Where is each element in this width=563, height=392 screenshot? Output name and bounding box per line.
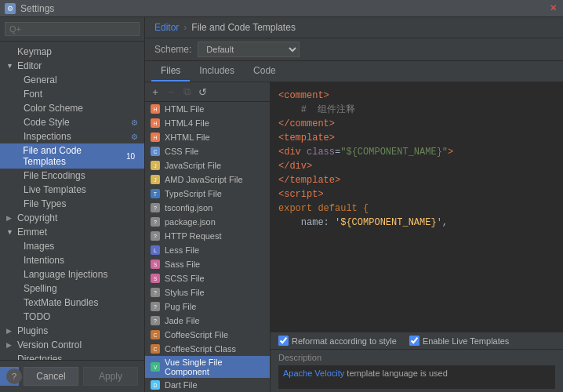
sidebar-item-textmate-bundles[interactable]: TextMate Bundles [0, 296, 144, 310]
sass-file-icon: S [150, 273, 161, 284]
file-list-toolbar: + − ⧉ ↺ [145, 82, 270, 102]
reset-template-button[interactable]: ↺ [195, 85, 209, 99]
sidebar-item-color-scheme[interactable]: Color Scheme [0, 101, 144, 115]
html-file-icon: H [150, 118, 161, 129]
sidebar-item-directories[interactable]: Directories [0, 352, 144, 360]
svg-text:H: H [153, 135, 157, 140]
svg-text:L: L [154, 248, 157, 253]
file-item-typescript-file[interactable]: TTypeScript File [145, 187, 270, 201]
sidebar-item-intentions[interactable]: Intentions [0, 253, 144, 267]
sidebar-item-images[interactable]: Images [0, 239, 144, 253]
file-item-amd-javascript-file[interactable]: JAMD JavaScript File [145, 172, 270, 187]
file-item-scss-file[interactable]: SSCSS File [145, 271, 270, 285]
file-item-label: CoffeeScript File [165, 330, 228, 339]
file-item-javascript-file[interactable]: JJavaScript File [145, 158, 270, 172]
file-item-html4-file[interactable]: HHTML4 File [145, 116, 270, 130]
copy-template-button[interactable]: ⧉ [180, 85, 194, 99]
sidebar-item-version-control[interactable]: ▶Version Control [0, 338, 144, 352]
breadcrumb-parent[interactable]: Editor [154, 22, 179, 33]
file-item-jade-file[interactable]: ?Jade File [145, 314, 270, 328]
generic-file-icon: ? [150, 315, 161, 326]
live-templates-option[interactable]: Enable Live Templates [409, 336, 509, 346]
breadcrumb-separator: › [183, 22, 187, 33]
file-item-coffeescript-file[interactable]: CCoffeeScript File [145, 328, 270, 342]
sidebar-item-code-style[interactable]: Code Style⚙ [0, 115, 144, 129]
reformat-checkbox[interactable] [278, 336, 289, 346]
sidebar-item-general[interactable]: General [0, 73, 144, 87]
file-item-pug-file[interactable]: ?Pug File [145, 299, 270, 314]
file-item-package-json[interactable]: ?package.json [145, 215, 270, 229]
sidebar-item-file-types[interactable]: File Types [0, 197, 144, 211]
code-line: </template> [278, 173, 555, 187]
sidebar-item-label: Inspections [24, 131, 71, 142]
tab-files[interactable]: Files [151, 61, 190, 82]
file-item-css-file[interactable]: CCSS File [145, 144, 270, 158]
file-item-label: HTTP Request [165, 231, 222, 241]
sidebar: Keymap▼EditorGeneralFontColor SchemeCode… [0, 17, 145, 392]
sidebar-item-editor[interactable]: ▼Editor [0, 59, 144, 73]
sidebar-item-label: Keymap [17, 46, 52, 57]
tab-code[interactable]: Code [244, 61, 285, 82]
close-button[interactable]: ✕ [547, 3, 558, 14]
window-title: Settings [20, 3, 54, 14]
settings-icon: ⚙ [131, 118, 138, 127]
code-editor[interactable]: <comment> # 组件注释</comment><template><div… [271, 82, 563, 332]
file-item-dart-file[interactable]: DDart File [145, 378, 270, 392]
sidebar-item-language-injections[interactable]: Language Injections [0, 267, 144, 281]
sidebar-item-label: Spelling [24, 283, 57, 294]
file-item-xhtml-file[interactable]: HXHTML File [145, 130, 270, 144]
file-item-label: HTML4 File [165, 118, 209, 128]
file-item-label: JavaScript File [165, 161, 221, 170]
sidebar-item-file-encodings[interactable]: File Encodings [0, 169, 144, 183]
scheme-select[interactable]: Default [198, 42, 300, 57]
sidebar-item-spelling[interactable]: Spelling [0, 281, 144, 296]
code-line: </comment> [278, 117, 555, 131]
sidebar-tree: Keymap▼EditorGeneralFontColor SchemeCode… [0, 42, 144, 360]
sidebar-item-plugins[interactable]: ▶Plugins [0, 324, 144, 338]
sidebar-item-todo[interactable]: TODO [0, 310, 144, 324]
live-templates-checkbox[interactable] [409, 336, 420, 346]
coffee-file-icon: C [150, 329, 161, 340]
css-file-icon: C [150, 146, 161, 157]
file-item-label: AMD JavaScript File [165, 175, 243, 184]
sass-file-icon: S [150, 259, 161, 270]
file-item-vue-single-file[interactable]: VVue Single File Component [145, 356, 270, 378]
generic-file-icon: ? [150, 301, 161, 312]
apply-button[interactable]: Apply [83, 367, 138, 386]
search-input[interactable] [5, 22, 140, 36]
reformat-option[interactable]: Reformat according to style [278, 336, 397, 346]
svg-text:H: H [153, 107, 157, 112]
file-item-label: tsconfig.json [165, 203, 212, 212]
file-item-stylus-file[interactable]: ?Stylus File [145, 285, 270, 299]
app-icon: ⚙ [5, 3, 16, 14]
sidebar-item-label: Emmet [17, 227, 47, 238]
svg-text:V: V [154, 365, 158, 370]
sidebar-item-file-and-code-templates[interactable]: File and Code Templates10 [0, 143, 144, 169]
file-item-http-request[interactable]: ?HTTP Request [145, 229, 270, 243]
coffee-file-icon: C [150, 343, 161, 354]
file-item-html-file[interactable]: HHTML File [145, 102, 270, 116]
add-template-button[interactable]: + [148, 85, 162, 99]
vue-file-icon: V [150, 361, 161, 372]
sidebar-item-font[interactable]: Font [0, 87, 144, 101]
file-item-label: SCSS File [165, 274, 205, 283]
file-item-less-file[interactable]: LLess File [145, 243, 270, 257]
file-item-coffeescript-class[interactable]: CCoffeeScript Class [145, 342, 270, 356]
svg-text:C: C [153, 149, 157, 154]
sidebar-item-keymap[interactable]: Keymap [0, 45, 144, 59]
file-item-sass-file[interactable]: SSass File [145, 257, 270, 271]
file-item-tsconfig-json[interactable]: ?tsconfig.json [145, 201, 270, 215]
help-button[interactable]: ? [6, 368, 22, 384]
sidebar-item-inspections[interactable]: Inspections⚙ [0, 129, 144, 143]
cancel-button[interactable]: Cancel [24, 367, 78, 386]
file-item-label: XHTML File [165, 132, 210, 142]
sidebar-item-emmet[interactable]: ▼Emmet [0, 225, 144, 239]
tab-includes[interactable]: Includes [190, 61, 244, 82]
sidebar-item-label: Font [24, 89, 42, 100]
code-line: name: '${COMPONENT_NAME}', [278, 216, 555, 230]
sidebar-item-live-templates[interactable]: Live Templates [0, 183, 144, 197]
svg-text:S: S [154, 276, 158, 281]
sidebar-item-copyright[interactable]: ▶Copyright [0, 211, 144, 225]
remove-template-button[interactable]: − [164, 85, 178, 99]
file-item-label: Sass File [165, 260, 200, 269]
